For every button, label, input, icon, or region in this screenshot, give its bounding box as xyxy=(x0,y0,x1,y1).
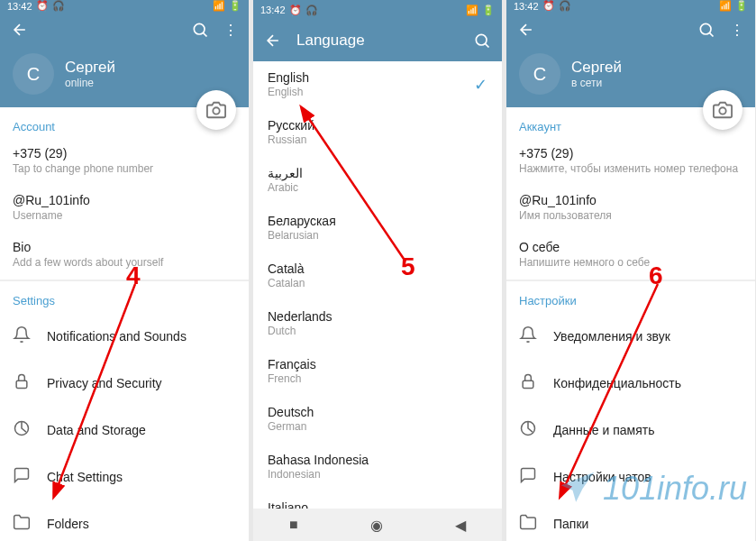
language-option[interactable]: CatalàCatalan xyxy=(253,252,502,300)
language-name: العربية xyxy=(268,166,487,180)
language-native: French xyxy=(268,372,487,385)
signal-icon: 📶 xyxy=(719,0,732,12)
setting-lock[interactable]: Конфиденциальность xyxy=(506,360,755,407)
svg-point-6 xyxy=(476,34,487,45)
svg-point-8 xyxy=(719,107,725,114)
setting-label: Privacy and Security xyxy=(47,376,162,390)
setting-label: Notifications and Sounds xyxy=(47,329,187,344)
bell-icon xyxy=(13,326,31,347)
account-username[interactable]: @Ru_101info Имя пользователя xyxy=(506,186,755,233)
search-icon[interactable] xyxy=(473,32,491,50)
language-option[interactable]: ItalianoItalian xyxy=(253,491,502,509)
setting-folder[interactable]: Папки xyxy=(506,500,755,541)
language-option[interactable]: FrançaisFrench xyxy=(253,348,502,396)
statusbar: 13:42 ⏰ 🎧 📶🔋 xyxy=(253,0,502,20)
setting-label: Папки xyxy=(553,517,588,531)
account-bio[interactable]: Bio Add a few words about yourself xyxy=(0,233,249,280)
panel-settings-en: 13:42 ⏰ 🎧 📶 🔋 ⋮ C Сергей online Account … xyxy=(0,0,249,541)
language-native: Dutch xyxy=(268,325,487,337)
statusbar: 13:42 ⏰ 🎧 📶🔋 xyxy=(506,0,755,12)
camera-button[interactable] xyxy=(703,90,742,130)
section-settings: Настройки xyxy=(506,281,755,313)
status-time: 13:42 xyxy=(514,1,539,12)
nav-home-icon[interactable]: ◉ xyxy=(370,517,383,534)
android-navbar: ■ ◉ ◀ xyxy=(253,509,502,541)
language-native: Indonesian xyxy=(268,468,487,481)
alarm-icon: ⏰ xyxy=(289,5,302,16)
setting-chat[interactable]: Chat Settings xyxy=(0,454,249,500)
language-name: Беларуская xyxy=(268,214,487,228)
status-time: 13:42 xyxy=(260,5,286,15)
headphones-icon: 🎧 xyxy=(52,0,65,12)
setting-lock[interactable]: Privacy and Security xyxy=(0,360,249,407)
check-icon: ✓ xyxy=(474,75,487,95)
signal-icon: 📶 xyxy=(213,0,225,12)
avatar[interactable]: C xyxy=(13,53,54,95)
search-icon[interactable] xyxy=(191,21,209,39)
folder-icon xyxy=(519,513,537,535)
setting-label: Chat Settings xyxy=(47,470,123,484)
setting-bell[interactable]: Notifications and Sounds xyxy=(0,313,249,360)
lock-icon xyxy=(519,372,537,394)
lock-icon xyxy=(13,372,31,394)
language-native: Arabic xyxy=(268,181,487,194)
language-option[interactable]: العربيةArabic xyxy=(253,157,502,205)
profile-name: Сергей xyxy=(571,59,622,77)
panel-settings-ru: 13:42 ⏰ 🎧 📶🔋 ⋮ C Сергей в сети Аккаунт +… xyxy=(506,0,755,541)
setting-label: Уведомления и звук xyxy=(553,329,670,344)
language-name: Nederlands xyxy=(268,309,487,324)
account-bio[interactable]: О себе Напишите немного о себе xyxy=(506,233,755,280)
headphones-icon: 🎧 xyxy=(305,5,318,16)
chart-icon xyxy=(519,419,537,441)
bell-icon xyxy=(519,326,537,347)
svg-point-7 xyxy=(700,23,711,34)
language-name: Català xyxy=(268,261,487,276)
language-option[interactable]: БеларускаяBelarusian xyxy=(253,205,502,252)
svg-point-0 xyxy=(194,23,205,34)
setting-chart[interactable]: Данные и память xyxy=(506,407,755,454)
language-name: Français xyxy=(268,357,487,371)
alarm-icon: ⏰ xyxy=(36,0,49,12)
nav-back-icon[interactable]: ◀ xyxy=(455,517,466,534)
setting-folder[interactable]: Folders xyxy=(0,500,249,541)
language-name: English xyxy=(268,70,474,85)
setting-chat[interactable]: Настройки чатов xyxy=(506,454,755,500)
account-phone[interactable]: +375 (29) Tap to change phone number xyxy=(0,139,249,186)
setting-label: Данные и память xyxy=(553,423,654,437)
battery-icon: 🔋 xyxy=(482,5,495,16)
account-username[interactable]: @Ru_101info Username xyxy=(0,186,249,233)
language-option[interactable]: NederlandsDutch xyxy=(253,300,502,348)
language-option[interactable]: Bahasa IndonesiaIndonesian xyxy=(253,444,502,491)
back-icon[interactable] xyxy=(264,32,282,50)
battery-icon: 🔋 xyxy=(229,0,241,12)
language-option[interactable]: DeutschGerman xyxy=(253,396,502,444)
profile-status: online xyxy=(65,77,115,89)
account-phone[interactable]: +375 (29) Нажмите, чтобы изменить номер … xyxy=(506,139,755,186)
folder-icon xyxy=(13,513,31,535)
back-icon[interactable] xyxy=(11,21,29,39)
setting-label: Folders xyxy=(47,517,89,531)
setting-bell[interactable]: Уведомления и звук xyxy=(506,313,755,360)
nav-recent-icon[interactable]: ■ xyxy=(289,517,298,533)
language-option[interactable]: РусскийRussian xyxy=(253,109,502,157)
avatar[interactable]: C xyxy=(519,53,560,95)
back-icon[interactable] xyxy=(517,21,535,39)
language-native: Russian xyxy=(268,133,487,146)
app-header: Language xyxy=(253,20,502,61)
page-title: Language xyxy=(296,32,459,50)
headphones-icon: 🎧 xyxy=(559,0,571,12)
language-name: Bahasa Indonesia xyxy=(268,453,487,467)
svg-point-1 xyxy=(213,107,219,114)
setting-label: Конфиденциальность xyxy=(553,376,681,390)
battery-icon: 🔋 xyxy=(735,0,748,12)
camera-button[interactable] xyxy=(196,90,236,130)
setting-chart[interactable]: Data and Storage xyxy=(0,407,249,454)
menu-dots-icon[interactable]: ⋮ xyxy=(730,22,744,39)
chat-icon xyxy=(13,466,31,488)
language-option[interactable]: EnglishEnglish✓ xyxy=(253,61,502,109)
language-name: Русский xyxy=(268,118,487,133)
section-settings: Settings xyxy=(0,281,249,313)
menu-dots-icon[interactable]: ⋮ xyxy=(223,22,238,39)
search-icon[interactable] xyxy=(697,21,715,39)
language-native: Belarusian xyxy=(268,229,487,242)
